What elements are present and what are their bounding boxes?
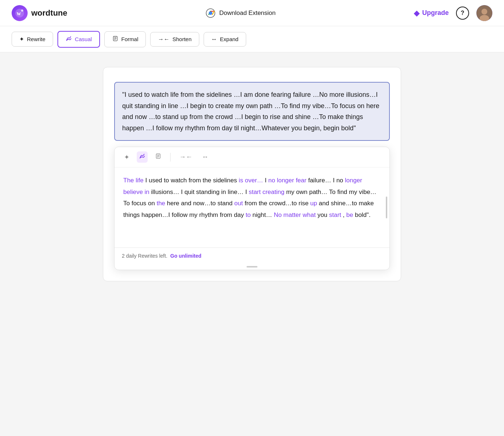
popup-inner: The life I used to watch from the sideli… (115, 167, 389, 247)
expand-label: Expand (220, 36, 239, 42)
popup-content: The life I used to watch from the sideli… (115, 167, 389, 247)
popup-footer: 2 daily Rewrites left. Go unlimited (115, 247, 389, 264)
casual-button[interactable]: Casual (57, 31, 100, 48)
suggestion-popup: ✦ →← ↔ (114, 147, 390, 270)
shorten-label: Shorten (172, 36, 192, 42)
suggestion-text-11: , (343, 211, 346, 218)
main-content: "I used to watch life from the sidelines… (0, 52, 504, 296)
suggestion-text-10: you (317, 211, 329, 218)
logo-text: wordtune (31, 8, 67, 18)
popup-casual-icon[interactable] (137, 151, 148, 163)
formal-label: Formal (121, 36, 139, 42)
download-extension-button[interactable]: Download Extension (205, 8, 276, 18)
formal-icon (112, 35, 119, 43)
suggestion-text-9: night… (252, 211, 272, 218)
casual-icon (65, 35, 72, 43)
popup-sparkle-icon[interactable]: ✦ (122, 152, 132, 163)
suggestion-the-life: The life (123, 177, 144, 184)
go-unlimited-link[interactable]: Go unlimited (170, 253, 201, 259)
suggestion-is-over: is over… (239, 177, 263, 184)
suggestion-to: to (245, 211, 251, 218)
casual-label: Casual (75, 36, 92, 42)
suggestion-text-1: I used to watch from the sidelines (145, 177, 239, 184)
suggestion-text-6: here and now…to stand (167, 200, 234, 207)
toolbar: ✦ Rewrite Casual Formal →← Shorten ↔ Exp… (0, 26, 504, 52)
header: w wordtune Download Extension ◆ Upgrade … (0, 0, 504, 26)
help-button[interactable]: ? (456, 7, 469, 20)
popup-toolbar: ✦ →← ↔ (115, 147, 389, 167)
avatar[interactable] (476, 5, 492, 21)
header-center: Download Extension (67, 8, 414, 18)
upgrade-button[interactable]: ◆ Upgrade (414, 9, 449, 17)
popup-expand-icon[interactable]: ↔ (200, 152, 211, 162)
download-extension-label: Download Extension (219, 9, 276, 17)
suggestion-text-12: bold". (355, 211, 371, 218)
sparkle-icon: ✦ (19, 36, 24, 43)
suggestion-text-3: failure… I no (308, 177, 345, 184)
suggestion-start: start (329, 211, 341, 218)
suggestion-no-matter-what: No matter what (274, 211, 316, 218)
suggestion-text-7: from the crowd…to rise (245, 200, 310, 207)
popup-formal-icon[interactable] (153, 151, 164, 163)
logo-icon: w (12, 5, 28, 21)
help-label: ? (461, 10, 464, 16)
logo: w wordtune (12, 5, 67, 21)
editor-container: "I used to watch life from the sidelines… (103, 67, 401, 281)
svg-point-2 (21, 9, 23, 12)
rewrite-label: Rewrite (27, 36, 45, 42)
chrome-icon (205, 8, 216, 18)
formal-button[interactable]: Formal (104, 31, 146, 47)
svg-text:w: w (17, 10, 21, 16)
suggestion-start-creating: start creating (249, 189, 284, 195)
popup-shorten-icon[interactable]: →← (177, 152, 195, 162)
popup-toolbar-divider (170, 153, 171, 162)
expand-icon: ↔ (211, 36, 217, 43)
svg-point-7 (481, 9, 487, 15)
suggestion-the: the (157, 200, 165, 207)
svg-point-5 (209, 12, 212, 15)
header-right: ◆ Upgrade ? (414, 5, 492, 21)
suggestion-no-longer-fear: no longer fear (268, 177, 307, 184)
daily-rewrites-text: 2 daily Rewrites left. (122, 253, 167, 259)
diamond-icon: ◆ (414, 9, 419, 17)
suggestion-out: out (234, 200, 243, 207)
suggestion-be: be (346, 211, 353, 218)
suggestion-text-4: illusions… I quit standing in line… I (151, 189, 249, 195)
scrollbar-dots (247, 266, 257, 267)
expand-button[interactable]: ↔ Expand (204, 32, 246, 47)
shorten-icon: →← (158, 36, 169, 43)
popup-scrollbar[interactable] (386, 197, 387, 218)
shorten-button[interactable]: →← Shorten (150, 32, 199, 47)
scrollbar-hint (115, 264, 389, 270)
suggestion-up: up (310, 200, 317, 207)
suggestion-text-2: I (265, 177, 268, 184)
rewrite-button[interactable]: ✦ Rewrite (12, 32, 53, 47)
selected-text[interactable]: "I used to watch life from the sidelines… (114, 82, 390, 141)
selected-text-content: "I used to watch life from the sidelines… (122, 91, 379, 132)
upgrade-label: Upgrade (422, 9, 449, 17)
